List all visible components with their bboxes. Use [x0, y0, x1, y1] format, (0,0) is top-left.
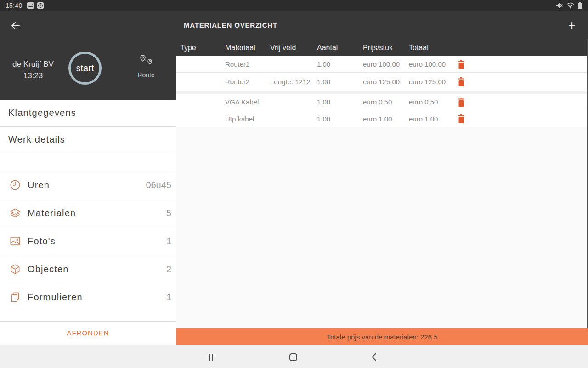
sidebar-item-fotos[interactable]: Foto's 1	[0, 227, 176, 255]
sidebar-item-formulieren[interactable]: Formulieren 1	[0, 283, 176, 311]
status-time: 15:40	[6, 2, 23, 9]
sidebar-item-value: 2	[166, 264, 171, 275]
delete-button[interactable]	[458, 98, 476, 107]
layers-icon	[9, 207, 21, 219]
route-pins-icon	[137, 54, 155, 69]
sidebar-item-label: Uren	[28, 180, 50, 190]
trash-icon	[458, 77, 465, 86]
sidebar-item-value: 1	[166, 292, 171, 303]
cell-prijs: euro 0.50	[363, 98, 409, 106]
sidebar-item-uren[interactable]: Uren 06u45	[0, 171, 176, 199]
afronden-label: AFRONDEN	[67, 329, 109, 337]
cell-totaal: euro 125.00	[409, 78, 458, 86]
wifi-icon	[566, 2, 574, 9]
sidebar-item-value: 1	[166, 236, 171, 247]
cell-vrij-veld: Lengte: 1212	[270, 78, 317, 86]
sidebar-item-label: Klantgegevens	[8, 108, 76, 118]
table-row[interactable]: Router2 Lengte: 1212 1.00 euro 125.00 eu…	[176, 73, 588, 91]
materials-table: Router1 1.00 euro 100.00 euro 100.00 Rou…	[176, 56, 588, 127]
total-price-bar: Totale prijs van de materialen: 226.5	[176, 328, 588, 345]
afronden-button[interactable]: AFRONDEN	[0, 322, 176, 344]
col-prijs-stuk: Prijs/stuk	[363, 44, 409, 52]
delete-button[interactable]	[458, 60, 476, 69]
sidebar-header: de Kruijf BV 13:23 start Route	[0, 11, 176, 100]
notification-image-icon	[27, 2, 34, 9]
start-button-label: start	[76, 63, 94, 74]
menu-spacer	[0, 153, 176, 171]
job-strip: de Kruijf BV 13:23 start Route	[0, 48, 176, 92]
cell-materiaal: Router1	[225, 60, 270, 68]
col-type: Type	[180, 44, 225, 52]
sidebar-item-label: Foto's	[28, 236, 56, 247]
home-button[interactable]	[283, 345, 303, 368]
sidebar-menu: Klantgegevens Werk details Uren 06u45 Ma…	[0, 100, 176, 345]
cell-totaal: euro 100.00	[409, 60, 458, 68]
add-material-button[interactable]: +	[564, 17, 580, 33]
mute-icon	[555, 2, 563, 9]
home-icon	[289, 353, 297, 361]
cell-totaal: euro 0.50	[409, 98, 458, 106]
delete-button[interactable]	[458, 77, 476, 86]
cell-materiaal: Router2	[225, 78, 270, 86]
sidebar-item-label: Materialen	[28, 208, 76, 218]
customer-name: de Kruijf BV	[12, 60, 54, 69]
recents-icon	[209, 354, 215, 361]
job-time: 13:23	[23, 71, 43, 80]
cell-prijs: euro 100.00	[363, 60, 409, 68]
battery-icon	[578, 2, 582, 9]
delete-button[interactable]	[458, 114, 476, 123]
total-price-label: Totale prijs van de materialen: 226.5	[327, 333, 438, 341]
android-navigation-bar	[0, 345, 588, 368]
sidebar-item-value: 06u45	[146, 180, 171, 190]
sidebar-item-label: Objecten	[28, 264, 69, 275]
cell-aantal: 1.00	[317, 98, 363, 106]
sidebar-item-materialen[interactable]: Materialen 5	[0, 199, 176, 227]
sidebar-item-value: 5	[166, 208, 171, 218]
status-bar: 15:40	[0, 0, 588, 11]
cell-aantal: 1.00	[317, 115, 363, 123]
sidebar-item-klantgegevens[interactable]: Klantgegevens	[0, 100, 176, 126]
route-button[interactable]: Route	[133, 54, 159, 79]
back-nav-button[interactable]	[364, 345, 384, 368]
app-screen: 15:40 de Kruijf BV	[0, 0, 588, 368]
cell-aantal: 1.00	[317, 78, 363, 86]
sidebar-item-label: Formulieren	[28, 292, 83, 303]
sidebar-item-label: Werk details	[8, 134, 65, 145]
trash-icon	[458, 98, 465, 107]
sidebar-item-werk-details[interactable]: Werk details	[0, 126, 176, 153]
content-header: MATERIALEN OVERZICHT +	[176, 11, 588, 39]
trash-icon	[458, 114, 465, 123]
table-row[interactable]: Router1 1.00 euro 100.00 euro 100.00	[176, 56, 588, 73]
cell-prijs: euro 125.00	[363, 78, 409, 86]
customer-block: de Kruijf BV 13:23	[7, 58, 59, 81]
col-aantal: Aantal	[317, 44, 363, 52]
page-title: MATERIALEN OVERZICHT	[184, 21, 277, 29]
notification-clock-icon	[37, 2, 44, 9]
col-totaal: Totaal	[409, 44, 458, 52]
trash-icon	[458, 60, 465, 69]
cell-materiaal: VGA Kabel	[225, 98, 270, 106]
col-materiaal: Materiaal	[225, 44, 270, 52]
back-button[interactable]	[8, 18, 23, 33]
sidebar-item-objecten[interactable]: Objecten 2	[0, 255, 176, 283]
cube-icon	[9, 263, 21, 275]
recents-button[interactable]	[202, 345, 222, 368]
cell-aantal: 1.00	[317, 60, 363, 68]
back-chevron-icon	[371, 353, 377, 361]
route-label: Route	[133, 71, 159, 79]
col-vrij-veld: Vrij veld	[270, 44, 317, 52]
cell-materiaal: Utp kabel	[225, 115, 270, 123]
photo-icon	[9, 235, 21, 247]
document-icon	[9, 291, 21, 303]
cell-totaal: euro 1.00	[409, 115, 458, 123]
table-row[interactable]: Utp kabel 1.00 euro 1.00 euro 1.00	[176, 110, 588, 127]
table-header: Type Materiaal Vrij veld Aantal Prijs/st…	[176, 39, 588, 56]
clock-icon	[9, 179, 21, 191]
table-row[interactable]: VGA Kabel 1.00 euro 0.50 euro 0.50	[176, 94, 588, 110]
cell-prijs: euro 1.00	[363, 115, 409, 123]
start-button[interactable]: start	[68, 52, 102, 85]
menu-spacer	[0, 311, 176, 322]
